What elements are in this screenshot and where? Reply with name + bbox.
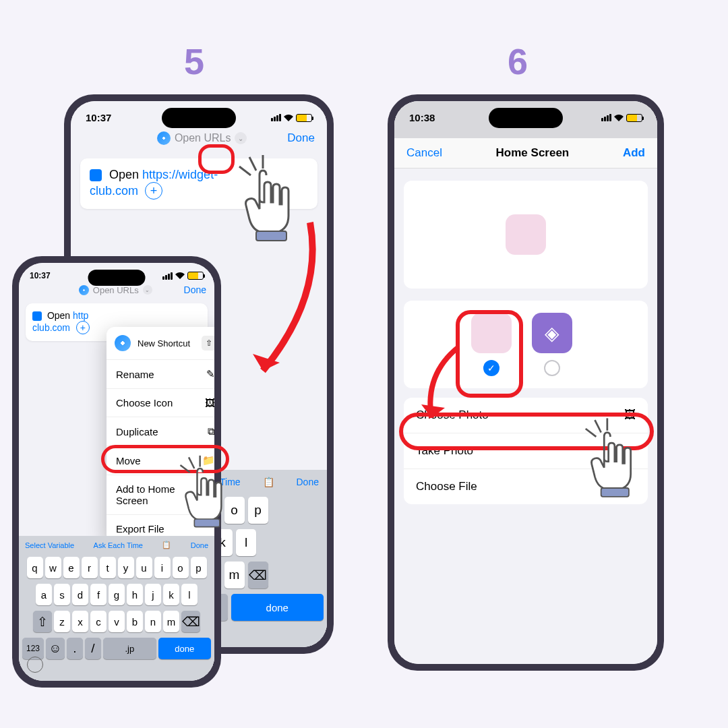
gummy-icon	[471, 313, 512, 353]
icon-preview	[404, 181, 648, 289]
signal-icon	[601, 114, 611, 121]
battery-icon	[626, 114, 642, 122]
shortcut-options-menu: New Shortcut ⇧ Rename✎ Choose Icon🖼 Dupl…	[107, 327, 214, 543]
notch	[88, 270, 146, 286]
wifi-icon	[614, 115, 624, 121]
radio-selected[interactable]	[483, 360, 499, 376]
shortcut-title-bar: Open URLs ⌄ Done	[71, 126, 327, 150]
menu-rename[interactable]: Rename✎	[107, 360, 214, 389]
shortcut-title: Open URLs	[93, 285, 139, 295]
add-home-icon: ⊕	[206, 489, 214, 501]
url-part1: https://widget-	[142, 168, 218, 181]
url-part2: club.com	[32, 322, 70, 333]
notch	[162, 108, 236, 128]
icon-option-default[interactable]: ◈	[532, 313, 572, 376]
open-label: Open	[109, 168, 139, 181]
radio-unselected[interactable]	[544, 360, 560, 376]
keyboard[interactable]: Select Variable Ask Each Time 📋 Done qwe…	[19, 536, 214, 681]
battery-icon	[187, 272, 204, 280]
image-icon: 🖼	[205, 397, 214, 408]
menu-move[interactable]: Move📁	[107, 446, 214, 475]
battery-icon	[296, 114, 312, 122]
globe-icon[interactable]	[27, 657, 43, 673]
menu-duplicate[interactable]: Duplicate⧉	[107, 417, 214, 446]
nav-title: Home Screen	[496, 146, 570, 160]
pencil-icon: ✎	[206, 368, 214, 380]
nav-bar: Cancel Home Screen Add	[394, 138, 657, 169]
safari-icon	[157, 131, 171, 145]
safari-icon	[79, 285, 89, 295]
signal-icon	[271, 114, 281, 121]
signal-icon	[162, 272, 173, 280]
status-time: 10:37	[30, 271, 51, 280]
arrow-icon	[415, 340, 468, 428]
icon-option-photo[interactable]	[471, 313, 512, 376]
add-url-button[interactable]: +	[145, 182, 162, 200]
action-icon	[90, 169, 102, 181]
cancel-button[interactable]: Cancel	[406, 146, 442, 160]
choose-file-row[interactable]: Choose File	[404, 469, 648, 504]
image-icon: 🖼	[624, 408, 636, 422]
step-number-5: 5	[184, 40, 204, 82]
select-variable[interactable]: Select Variable	[25, 541, 74, 549]
kb-done[interactable]: Done	[297, 477, 319, 487]
chevron-down-icon[interactable]: ⌄	[235, 132, 247, 144]
step-number-6: 6	[508, 40, 528, 82]
shortcut-title: Open URLs	[175, 132, 231, 144]
notch	[489, 108, 563, 128]
kb-done[interactable]: Done	[191, 541, 208, 549]
phone-step5-front: 10:37 Open URLs ⌄ Done Open ht	[12, 256, 221, 688]
menu-header: New Shortcut ⇧	[107, 327, 214, 360]
menu-choose-icon[interactable]: Choose Icon🖼	[107, 389, 214, 417]
shortcuts-icon: ◈	[532, 313, 572, 353]
add-button[interactable]: Add	[623, 146, 645, 160]
wifi-icon	[175, 272, 185, 279]
choose-file-label: Choose File	[416, 480, 477, 493]
gummy-icon	[506, 214, 546, 255]
menu-add-home[interactable]: Add to Home Screen⊕	[107, 475, 214, 515]
duplicate-icon: ⧉	[208, 425, 214, 437]
chevron-down-icon[interactable]: ⌄	[143, 285, 152, 295]
share-icon[interactable]: ⇧	[202, 336, 214, 351]
status-time: 10:37	[86, 112, 111, 123]
open-label: Open	[47, 310, 70, 321]
safari-icon	[115, 335, 131, 351]
wifi-icon	[284, 115, 293, 121]
take-photo-row[interactable]: Take Photo	[404, 433, 648, 469]
ask-each-time[interactable]: Ask Each Time	[94, 541, 143, 549]
status-time: 10:38	[409, 112, 435, 123]
menu-title: New Shortcut	[138, 338, 190, 348]
add-url-button[interactable]: +	[76, 321, 90, 334]
take-photo-label: Take Photo	[416, 444, 473, 458]
done-button[interactable]: Done	[184, 284, 206, 295]
folder-icon: 📁	[202, 454, 214, 466]
arrow-icon	[249, 216, 324, 384]
done-button[interactable]: Done	[287, 131, 315, 145]
url-part2: club.com	[90, 184, 138, 198]
action-icon	[32, 311, 42, 321]
open-url-action[interactable]: Open https://widget- club.com +	[80, 158, 317, 209]
